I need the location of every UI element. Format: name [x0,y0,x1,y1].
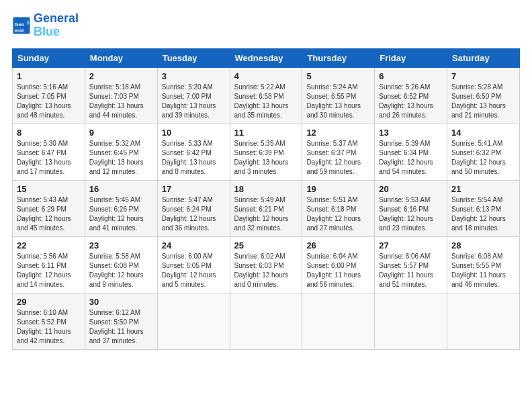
weekday-header-sunday: Sunday [13,48,85,67]
calendar-cell: 25Sunrise: 6:02 AMSunset: 6:03 PMDayligh… [230,236,302,293]
calendar-cell: 30Sunrise: 6:12 AMSunset: 5:50 PMDayligh… [85,293,157,349]
calendar-cell: 3Sunrise: 5:20 AMSunset: 7:00 PMDaylight… [157,67,230,124]
calendar-week-2: 8Sunrise: 5:30 AMSunset: 6:47 PMDaylight… [13,124,520,180]
calendar-cell [302,293,375,349]
calendar-cell: 12Sunrise: 5:37 AMSunset: 6:37 PMDayligh… [302,124,375,180]
calendar-cell: 4Sunrise: 5:22 AMSunset: 6:58 PMDaylight… [230,67,302,124]
weekday-header-monday: Monday [85,48,157,67]
calendar-cell [375,293,447,349]
calendar-cell: 20Sunrise: 5:53 AMSunset: 6:16 PMDayligh… [375,180,447,236]
calendar-cell [230,293,302,349]
weekday-header-row: SundayMondayTuesdayWednesdayThursdayFrid… [13,48,520,67]
calendar-cell: 2Sunrise: 5:18 AMSunset: 7:03 PMDaylight… [85,67,157,124]
calendar-cell: 17Sunrise: 5:47 AMSunset: 6:24 PMDayligh… [157,180,230,236]
calendar-cell: 6Sunrise: 5:26 AMSunset: 6:52 PMDaylight… [375,67,447,124]
logo: Gen eral GeneralBlue [12,12,79,39]
calendar-cell: 24Sunrise: 6:00 AMSunset: 6:05 PMDayligh… [157,236,230,293]
calendar-cell: 14Sunrise: 5:41 AMSunset: 6:32 PMDayligh… [447,124,520,180]
calendar-cell: 10Sunrise: 5:33 AMSunset: 6:42 PMDayligh… [157,124,230,180]
page-header: Gen eral GeneralBlue [12,12,520,39]
calendar-cell [157,293,230,349]
calendar-cell: 15Sunrise: 5:43 AMSunset: 6:29 PMDayligh… [13,180,85,236]
logo-text: GeneralBlue [34,12,79,39]
calendar-cell: 16Sunrise: 5:45 AMSunset: 6:26 PMDayligh… [85,180,157,236]
calendar-page: Gen eral GeneralBlue SundayMondayTuesday… [0,0,532,411]
calendar-cell: 27Sunrise: 6:06 AMSunset: 5:57 PMDayligh… [375,236,447,293]
calendar-cell: 21Sunrise: 5:54 AMSunset: 6:13 PMDayligh… [447,180,520,236]
calendar-week-5: 29Sunrise: 6:10 AMSunset: 5:52 PMDayligh… [13,293,520,349]
calendar-cell: 13Sunrise: 5:39 AMSunset: 6:34 PMDayligh… [375,124,447,180]
calendar-week-3: 15Sunrise: 5:43 AMSunset: 6:29 PMDayligh… [13,180,520,236]
calendar-cell [447,293,520,349]
weekday-header-saturday: Saturday [447,48,520,67]
calendar-cell: 26Sunrise: 6:04 AMSunset: 6:00 PMDayligh… [302,236,375,293]
calendar-cell: 22Sunrise: 5:56 AMSunset: 6:11 PMDayligh… [13,236,85,293]
calendar-cell: 7Sunrise: 5:28 AMSunset: 6:50 PMDaylight… [447,67,520,124]
calendar-cell: 8Sunrise: 5:30 AMSunset: 6:47 PMDaylight… [13,124,85,180]
calendar-cell: 29Sunrise: 6:10 AMSunset: 5:52 PMDayligh… [13,293,85,349]
weekday-header-friday: Friday [375,48,447,67]
calendar-week-4: 22Sunrise: 5:56 AMSunset: 6:11 PMDayligh… [13,236,520,293]
calendar-cell: 11Sunrise: 5:35 AMSunset: 6:39 PMDayligh… [230,124,302,180]
calendar-cell: 28Sunrise: 6:08 AMSunset: 5:55 PMDayligh… [447,236,520,293]
logo-icon: Gen eral [12,16,31,35]
calendar-cell: 23Sunrise: 5:58 AMSunset: 6:08 PMDayligh… [85,236,157,293]
calendar-cell: 18Sunrise: 5:49 AMSunset: 6:21 PMDayligh… [230,180,302,236]
calendar-cell: 1Sunrise: 5:16 AMSunset: 7:05 PMDaylight… [13,67,85,124]
weekday-header-thursday: Thursday [302,48,375,67]
calendar-cell: 5Sunrise: 5:24 AMSunset: 6:55 PMDaylight… [302,67,375,124]
svg-text:eral: eral [15,28,24,34]
calendar-cell: 19Sunrise: 5:51 AMSunset: 6:18 PMDayligh… [302,180,375,236]
svg-text:Gen: Gen [15,21,25,28]
weekday-header-tuesday: Tuesday [157,48,230,67]
calendar-cell: 9Sunrise: 5:32 AMSunset: 6:45 PMDaylight… [85,124,157,180]
calendar-table: SundayMondayTuesdayWednesdayThursdayFrid… [12,48,520,350]
weekday-header-wednesday: Wednesday [230,48,302,67]
calendar-week-1: 1Sunrise: 5:16 AMSunset: 7:05 PMDaylight… [13,67,520,124]
